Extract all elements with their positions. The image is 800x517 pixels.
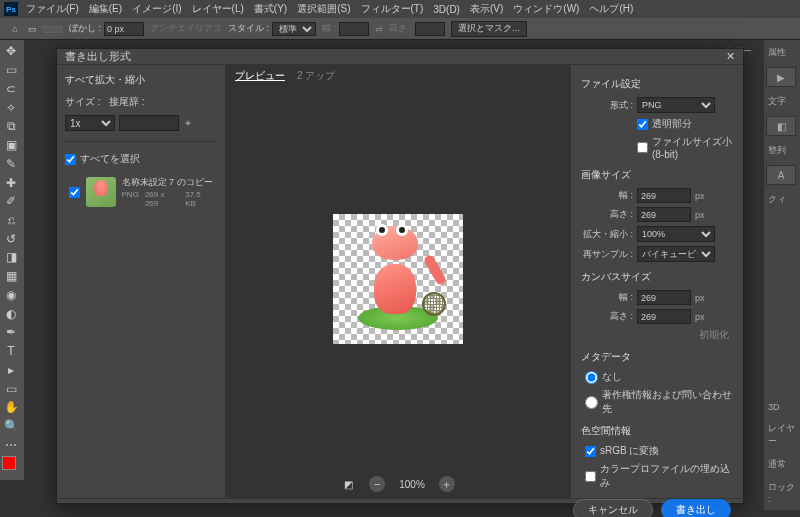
suffix-input[interactable] bbox=[119, 115, 179, 131]
fg-color-swatch[interactable] bbox=[2, 456, 16, 470]
feather-input[interactable] bbox=[104, 22, 144, 36]
hand-tool-icon[interactable]: ✋ bbox=[0, 398, 22, 417]
scale-select[interactable]: 100% bbox=[637, 226, 715, 242]
embed-profile-checkbox[interactable] bbox=[585, 471, 596, 482]
meta-none-radio[interactable] bbox=[585, 371, 598, 384]
size-select[interactable]: 1x bbox=[65, 115, 115, 131]
export-button[interactable]: 書き出し bbox=[661, 499, 731, 517]
img-height-input[interactable] bbox=[637, 207, 691, 222]
dodge-tool-icon[interactable]: ◐ bbox=[0, 304, 22, 323]
canvas-bg-toggle-icon[interactable]: ◩ bbox=[341, 477, 355, 491]
height-input bbox=[415, 22, 445, 36]
transparency-checkbox[interactable] bbox=[637, 119, 648, 130]
dialog-footer: キャンセル 書き出し bbox=[57, 498, 743, 517]
color-swatches[interactable] bbox=[0, 454, 22, 478]
gradient-tool-icon[interactable]: ▦ bbox=[0, 267, 22, 286]
canvas-size-header: カンバスサイズ bbox=[581, 270, 733, 284]
scale-label: 拡大・縮小 : bbox=[581, 228, 633, 241]
format-label: 形式 : bbox=[581, 99, 633, 112]
panel-icon[interactable]: ◧ bbox=[766, 116, 796, 136]
type-tool-icon[interactable]: T bbox=[0, 342, 22, 361]
smaller-file-label: ファイルサイズ小 (8-bit) bbox=[652, 135, 733, 160]
properties-panel-tab[interactable]: 属性 bbox=[766, 44, 798, 61]
char-a-icon[interactable]: A bbox=[766, 165, 796, 185]
crop-tool-icon[interactable]: ⧉ bbox=[0, 117, 22, 136]
healing-tool-icon[interactable]: ✚ bbox=[0, 173, 22, 192]
adjust-panel-tab[interactable]: 整列 bbox=[766, 142, 798, 159]
canvas-height-input[interactable] bbox=[637, 309, 691, 324]
preview-image bbox=[348, 224, 448, 334]
suffix-label: 接尾辞 : bbox=[109, 95, 149, 109]
shape-tool-icon[interactable]: ▭ bbox=[0, 379, 22, 398]
menu-image[interactable]: イメージ(I) bbox=[128, 2, 185, 16]
blur-tool-icon[interactable]: ◉ bbox=[0, 286, 22, 305]
pen-tool-icon[interactable]: ✒ bbox=[0, 323, 22, 342]
menu-view[interactable]: 表示(V) bbox=[466, 2, 507, 16]
resample-select[interactable]: バイキュービック... bbox=[637, 246, 715, 262]
options-bar: ⌂ ▭ ▯▯▯▯ ぼかし : アンチエイリアス スタイル : 標準 幅 : ⇄ … bbox=[0, 18, 800, 40]
smaller-file-checkbox[interactable] bbox=[637, 142, 648, 153]
export-as-dialog: 書き出し形式 ✕ すべて拡大・縮小 サイズ : 接尾辞 : 1x ＋ すべてを選… bbox=[56, 48, 744, 504]
quick-panel-tab[interactable]: クィ bbox=[766, 191, 798, 208]
cancel-button[interactable]: キャンセル bbox=[573, 499, 653, 517]
antialias-checkbox: アンチエイリアス bbox=[150, 22, 222, 35]
height-label: 高さ : bbox=[389, 22, 412, 35]
menu-layer[interactable]: レイヤー(L) bbox=[188, 2, 248, 16]
menu-3d[interactable]: 3D(D) bbox=[429, 4, 464, 15]
move-tool-icon[interactable]: ✥ bbox=[0, 42, 22, 61]
marquee-tool-icon[interactable]: ▭ bbox=[0, 61, 22, 80]
zoom-out-icon[interactable]: − bbox=[369, 476, 385, 492]
select-and-mask-button[interactable]: 選択とマスク... bbox=[451, 21, 527, 37]
marquee-tool-icon[interactable]: ▭ bbox=[28, 24, 37, 34]
dialog-left-pane: すべて拡大・縮小 サイズ : 接尾辞 : 1x ＋ すべてを選択 名称未設定 7… bbox=[57, 65, 225, 498]
home-icon[interactable]: ⌂ bbox=[8, 22, 22, 36]
eyedropper-tool-icon[interactable]: ✎ bbox=[0, 154, 22, 173]
srgb-checkbox[interactable] bbox=[585, 446, 596, 457]
select-all-checkbox[interactable] bbox=[65, 154, 76, 165]
menu-filter[interactable]: フィルター(T) bbox=[357, 2, 428, 16]
path-select-tool-icon[interactable]: ▸ bbox=[0, 360, 22, 379]
layers-panel-tab[interactable]: レイヤー bbox=[766, 420, 798, 450]
width-input bbox=[339, 22, 369, 36]
asset-list-item[interactable]: 名称未設定 7 のコピー PNG 269 x 269 37.5 KB bbox=[65, 172, 217, 212]
close-icon[interactable]: ✕ bbox=[726, 50, 735, 63]
zoom-in-icon[interactable]: ＋ bbox=[439, 476, 455, 492]
brush-tool-icon[interactable]: ✐ bbox=[0, 192, 22, 211]
more-tools-icon[interactable]: ⋯ bbox=[0, 435, 22, 454]
quick-select-tool-icon[interactable]: ✧ bbox=[0, 98, 22, 117]
menu-select[interactable]: 選択範囲(S) bbox=[293, 2, 354, 16]
eraser-tool-icon[interactable]: ◨ bbox=[0, 248, 22, 267]
frame-tool-icon[interactable]: ▣ bbox=[0, 136, 22, 155]
play-icon[interactable]: ▶ bbox=[766, 67, 796, 87]
style-select[interactable]: 標準 bbox=[272, 22, 316, 36]
meta-copyright-radio[interactable] bbox=[585, 396, 598, 409]
zoom-tool-icon[interactable]: 🔍 bbox=[0, 417, 22, 436]
blend-mode[interactable]: 通常 bbox=[766, 456, 798, 473]
stamp-tool-icon[interactable]: ⎌ bbox=[0, 211, 22, 230]
lasso-tool-icon[interactable]: ⊂ bbox=[0, 79, 22, 98]
meta-copyright-label: 著作権情報および問い合わせ先 bbox=[602, 388, 733, 416]
menu-edit[interactable]: 編集(E) bbox=[85, 2, 126, 16]
menu-file[interactable]: ファイル(F) bbox=[22, 2, 83, 16]
reset-link[interactable]: 初期化 bbox=[581, 328, 733, 342]
tools-panel: ✥ ▭ ⊂ ✧ ⧉ ▣ ✎ ✚ ✐ ⎌ ↺ ◨ ▦ ◉ ◐ ✒ T ▸ ▭ ✋ … bbox=[0, 40, 24, 480]
img-width-input[interactable] bbox=[637, 188, 691, 203]
tab-2up[interactable]: 2 アップ bbox=[297, 69, 335, 83]
menu-help[interactable]: ヘルプ(H) bbox=[585, 2, 637, 16]
history-brush-tool-icon[interactable]: ↺ bbox=[0, 229, 22, 248]
asset-checkbox[interactable] bbox=[69, 187, 80, 198]
menu-type[interactable]: 書式(Y) bbox=[250, 2, 291, 16]
lock-label: ロック : bbox=[766, 479, 798, 506]
format-select[interactable]: PNG bbox=[637, 97, 715, 113]
canvas-width-input[interactable] bbox=[637, 290, 691, 305]
asset-format: PNG bbox=[122, 190, 139, 208]
tab-preview[interactable]: プレビュー bbox=[235, 69, 285, 83]
3d-panel-tab[interactable]: 3D bbox=[766, 400, 798, 414]
char-panel-tab[interactable]: 文字 bbox=[766, 93, 798, 110]
add-size-icon[interactable]: ＋ bbox=[183, 116, 193, 130]
menu-window[interactable]: ウィンドウ(W) bbox=[509, 2, 583, 16]
img-height-label: 高さ : bbox=[581, 208, 633, 221]
preview-canvas bbox=[333, 214, 463, 344]
asset-thumbnail bbox=[86, 177, 116, 207]
srgb-label: sRGB に変換 bbox=[600, 444, 659, 458]
